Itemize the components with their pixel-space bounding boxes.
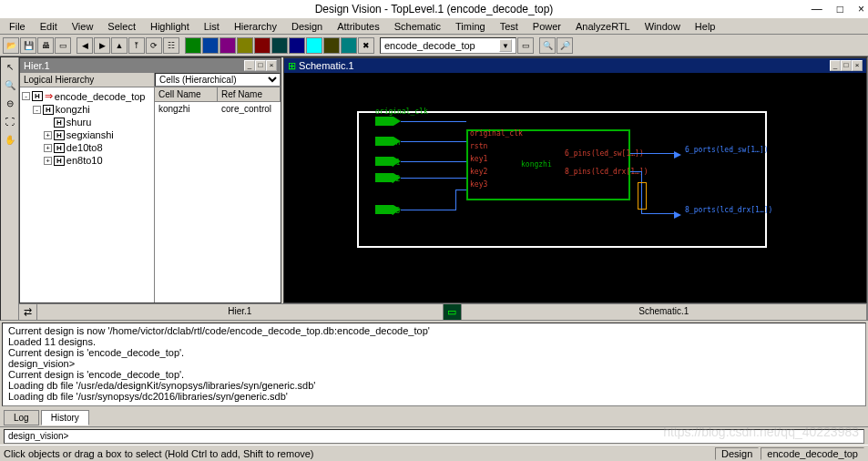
expand-icon[interactable]: + (44, 157, 52, 165)
panel-max-icon[interactable]: □ (255, 60, 266, 71)
chevron-down-icon[interactable]: ▼ (499, 39, 512, 52)
nav-up-icon[interactable]: ▲ (111, 37, 128, 54)
hl-teal2-icon[interactable] (341, 37, 357, 54)
console-output[interactable]: Current design is now '/home/victor/dcla… (2, 323, 866, 406)
instance-name: kongzhi (521, 160, 552, 169)
expand-icon[interactable]: - (22, 92, 30, 100)
title-bar: Design Vision - TopLevel.1 (encode_decod… (0, 0, 868, 18)
tree-de10to8[interactable]: +H de10to8 (22, 141, 152, 154)
hl-blue-icon[interactable] (202, 37, 219, 54)
hl-darkolive-icon[interactable] (323, 37, 340, 54)
tree-icon[interactable]: ☷ (163, 37, 179, 54)
tree-shuru[interactable]: H shuru (22, 116, 152, 128)
print-icon[interactable]: 🖶 (37, 37, 54, 54)
tree-header: Logical Hierarchy (20, 73, 154, 87)
panel-max-icon[interactable]: □ (841, 60, 852, 71)
zoomfit-tool-icon[interactable]: ⛶ (3, 114, 17, 128)
tree-kongzhi[interactable]: - H kongzhi (22, 103, 152, 116)
window-controls: — □ × (812, 3, 864, 15)
zoom-in-icon[interactable]: 🔍 (539, 37, 556, 54)
tab-schem-icon[interactable]: ▭ (444, 304, 462, 320)
tab-nav-icon[interactable]: ⇄ (19, 304, 37, 320)
schem-title-text: Schematic.1 (299, 60, 354, 71)
menu-bar: File Edit View Select Highlight List Hie… (0, 18, 868, 35)
hl-maroon-icon[interactable] (254, 37, 271, 54)
port-original-clk[interactable] (375, 117, 401, 126)
hl-green-icon[interactable] (185, 37, 201, 54)
zoom-tool-icon[interactable]: 🔍 (3, 77, 17, 92)
toolbar: 📂 💾 🖶 ▭ ◀ ▶ ▲ ⤒ ⟳ ☷ ✖ encode_decode_top … (0, 35, 868, 56)
status-mode: Design (715, 447, 759, 460)
open-icon[interactable]: 📂 (3, 37, 19, 54)
zoom-out-icon[interactable]: 🔎 (557, 37, 573, 54)
status-hint: Click objects or drag a box to select (H… (4, 448, 314, 459)
tree-segxianshi[interactable]: +H segxianshi (22, 128, 152, 141)
design-selector[interactable]: encode_decode_top ▼ (380, 37, 516, 54)
menu-file[interactable]: File (4, 20, 31, 33)
save-icon[interactable]: 💾 (20, 37, 36, 54)
panel-close-icon[interactable]: × (266, 60, 277, 71)
hierarchy-tree[interactable]: - H⇒ encode_decode_top - H kongzhi H (20, 87, 154, 302)
menu-highlight[interactable]: Highlight (145, 20, 195, 33)
hier-panel-title: Hier.1 _ □ × (20, 58, 281, 73)
menu-list[interactable]: List (199, 20, 225, 33)
console-tabs: Log History (0, 408, 868, 426)
tab-history[interactable]: History (41, 410, 89, 425)
pan-tool-icon[interactable]: ✋ (3, 132, 17, 147)
window-title: Design Vision - TopLevel.1 (encode_decod… (315, 3, 554, 15)
menu-timing[interactable]: Timing (450, 20, 491, 33)
command-input[interactable]: design_vision> (4, 429, 864, 444)
select-tool-icon[interactable]: ↖ (3, 59, 17, 74)
mux-icon[interactable] (638, 182, 647, 210)
schematic-canvas[interactable]: original_clk rstn key1 key2 key3 (284, 73, 866, 302)
menu-view[interactable]: View (66, 20, 99, 33)
menu-edit[interactable]: Edit (35, 20, 63, 33)
side-toolbar: ↖ 🔍 ⊖ ⛶ ✋ (1, 57, 19, 320)
tree-root[interactable]: - H⇒ encode_decode_top (22, 89, 152, 103)
tab-log[interactable]: Log (4, 410, 39, 425)
panel-min-icon[interactable]: _ (244, 60, 255, 71)
console-icon[interactable]: ▭ (55, 37, 71, 54)
table-row[interactable]: kongzhi core_control (155, 102, 281, 116)
menu-attributes[interactable]: Attributes (332, 20, 384, 33)
nav-back-icon[interactable]: ◀ (77, 37, 93, 54)
menu-analyzertl[interactable]: AnalyzeRTL (570, 20, 636, 33)
tab-schematic[interactable]: Schematic.1 (462, 304, 868, 320)
expand-icon[interactable]: + (44, 131, 52, 139)
tab-hier[interactable]: Hier.1 (37, 304, 444, 320)
menu-hierarchy[interactable]: Hierarchy (229, 20, 282, 33)
hl-teal-icon[interactable] (271, 37, 288, 54)
hl-clear-icon[interactable]: ✖ (358, 37, 374, 54)
cells-table: Cell Name Ref Name kongzhi core_control (155, 87, 281, 302)
hl-cyan-icon[interactable] (306, 37, 322, 54)
expand-icon[interactable]: - (33, 106, 41, 114)
nav-top-icon[interactable]: ⤒ (128, 37, 145, 54)
nav-fwd-icon[interactable]: ▶ (94, 37, 110, 54)
col-refname[interactable]: Ref Name (218, 87, 281, 101)
workspace: Hier.1 _ □ × Logical Hierarchy - H⇒ (19, 57, 867, 320)
expand-icon[interactable]: + (44, 144, 52, 152)
menu-window[interactable]: Window (639, 20, 686, 33)
col-cellname[interactable]: Cell Name (155, 87, 218, 101)
menu-help[interactable]: Help (689, 20, 721, 33)
close-button[interactable]: × (858, 3, 864, 15)
hl-navy-icon[interactable] (289, 37, 305, 54)
cells-mode-select[interactable]: Cells (Hierarchical) (155, 73, 281, 87)
menu-select[interactable]: Select (102, 20, 141, 33)
command-row: design_vision> (0, 426, 868, 445)
maximize-button[interactable]: □ (837, 3, 843, 15)
minimize-button[interactable]: — (812, 3, 822, 15)
menu-test[interactable]: Test (495, 20, 524, 33)
hl-olive-icon[interactable] (237, 37, 253, 54)
hl-purple-icon[interactable] (220, 37, 236, 54)
menu-power[interactable]: Power (527, 20, 567, 33)
zoomout-tool-icon[interactable]: ⊖ (3, 96, 17, 110)
menu-schematic[interactable]: Schematic (389, 20, 446, 33)
tree-en8to10[interactable]: +H en8to10 (22, 154, 152, 167)
menu-design[interactable]: Design (286, 20, 328, 33)
panel-close-icon[interactable]: × (852, 60, 863, 71)
refresh-icon[interactable]: ⟳ (146, 37, 162, 54)
tool-a-icon[interactable]: ▭ (517, 37, 534, 54)
status-bar: Click objects or drag a box to select (H… (0, 445, 868, 461)
panel-min-icon[interactable]: _ (830, 60, 841, 71)
